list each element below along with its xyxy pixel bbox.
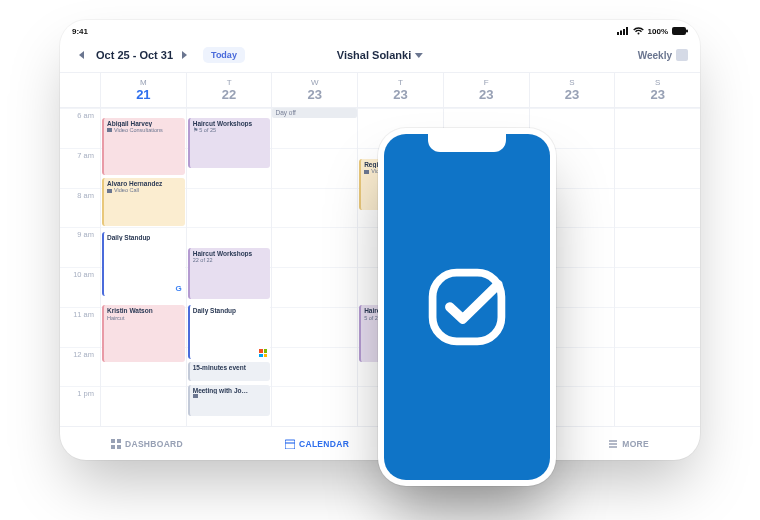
day-header-row: M21T22W23T23F23S23S23 [60,72,700,108]
chevron-down-icon [415,53,423,58]
svg-rect-15 [433,273,502,342]
view-mode-selector[interactable]: Weekly [638,49,688,61]
day-header-6[interactable]: S23 [614,73,700,107]
event-subtitle [193,394,268,398]
phone-device [378,128,556,486]
day-col-6[interactable] [614,108,700,426]
status-time: 9:41 [72,27,88,36]
next-week-button[interactable] [175,46,193,64]
calendar-event[interactable]: Daily Standup [188,305,271,359]
event-title: Meeting with Jo… [193,387,268,394]
day-col-0[interactable]: Abigail HarveyVideo ConsultationsAlvaro … [100,108,186,426]
svg-rect-2 [623,29,625,35]
svg-rect-3 [626,27,628,35]
svg-rect-0 [617,32,619,35]
day-header-2[interactable]: W23 [271,73,357,107]
day-col-1[interactable]: Haircut Workshops⚑ 5 of 25Haircut Worksh… [186,108,272,426]
day-header-4[interactable]: F23 [443,73,529,107]
day-header-5[interactable]: S23 [529,73,615,107]
view-mode-label: Weekly [638,50,672,61]
svg-rect-6 [111,439,115,443]
event-title: Daily Standup [107,234,182,241]
hour-label: 12 am [60,347,100,387]
day-header-0[interactable]: M21 [100,73,186,107]
event-title: Alvaro Hernandez [107,180,182,187]
svg-rect-9 [117,445,121,449]
event-title: Daily Standup [193,307,268,314]
calendar-event[interactable]: Alvaro HernandezVideo Call [102,178,185,226]
calendar-event[interactable]: Kristin WatsonHaircut [102,305,185,362]
hour-label: 8 am [60,188,100,228]
time-gutter: 6 am7 am8 am9 am10 am11 am12 am1 pm [60,108,100,426]
app-logo-icon [424,264,510,350]
allday-event[interactable]: Day off [272,108,357,118]
phone-notch [428,134,506,152]
svg-rect-4 [672,27,686,35]
phone-screen [384,134,550,480]
svg-rect-5 [686,30,688,33]
calendar-icon [285,439,295,449]
hour-label: 9 am [60,227,100,267]
app-header: Oct 25 - Oct 31 Today Vishal Solanki Wee… [60,38,700,72]
hour-label: 6 am [60,108,100,148]
video-icon [107,128,112,132]
nav-more-label: MORE [622,439,649,449]
event-title: 15-minutes event [193,364,268,371]
view-grid-icon [676,49,688,61]
status-icons: 100% [617,27,688,36]
user-name-label: Vishal Solanki [337,49,411,61]
event-subtitle: 22 of 22 [193,257,268,263]
calendar-event[interactable]: Haircut Workshops⚑ 5 of 25 [188,118,271,169]
battery-percent: 100% [648,27,668,36]
hour-label: 11 am [60,307,100,347]
hour-label: 7 am [60,148,100,188]
wifi-icon [633,27,644,35]
event-title: Haircut Workshops [193,250,268,257]
day-col-2[interactable]: Day off [271,108,357,426]
user-selector[interactable]: Vishal Solanki [337,49,423,61]
google-icon: G [175,284,181,293]
day-header-1[interactable]: T22 [186,73,272,107]
hour-label: 1 pm [60,386,100,426]
calendar-event[interactable]: 15-minutes event [188,362,271,381]
calendar-event[interactable]: Meeting with Jo… [188,385,271,417]
event-subtitle: Haircut [107,315,182,321]
date-range[interactable]: Oct 25 - Oct 31 [96,49,173,61]
svg-rect-7 [117,439,121,443]
menu-icon [608,439,618,449]
hour-label: 10 am [60,267,100,307]
event-title: Haircut Workshops [193,120,268,127]
video-icon [107,189,112,193]
event-subtitle: Video Consultations [107,127,182,133]
nav-more[interactable]: MORE [608,439,649,449]
nav-dashboard-label: DASHBOARD [125,439,183,449]
video-icon [193,394,198,398]
event-subtitle: ⚑ 5 of 25 [193,127,268,133]
nav-calendar[interactable]: CALENDAR [285,439,349,449]
calendar-event[interactable]: Daily StandupG [102,232,185,296]
svg-rect-10 [285,440,295,449]
signal-icon [617,27,629,35]
calendar-event[interactable]: Abigail HarveyVideo Consultations [102,118,185,175]
today-button[interactable]: Today [203,47,245,63]
svg-rect-1 [620,31,622,36]
event-title: Abigail Harvey [107,120,182,127]
day-header-3[interactable]: T23 [357,73,443,107]
event-title: Kristin Watson [107,307,182,314]
event-subtitle: Video Call [107,187,182,193]
video-icon [364,170,369,174]
nav-dashboard[interactable]: DASHBOARD [111,439,183,449]
svg-rect-8 [111,445,115,449]
nav-calendar-label: CALENDAR [299,439,349,449]
microsoft-icon [259,349,267,357]
dashboard-icon [111,439,121,449]
calendar-event[interactable]: Haircut Workshops22 of 22 [188,248,271,299]
battery-icon [672,27,688,35]
status-bar: 9:41 100% [60,20,700,38]
prev-week-button[interactable] [72,46,90,64]
